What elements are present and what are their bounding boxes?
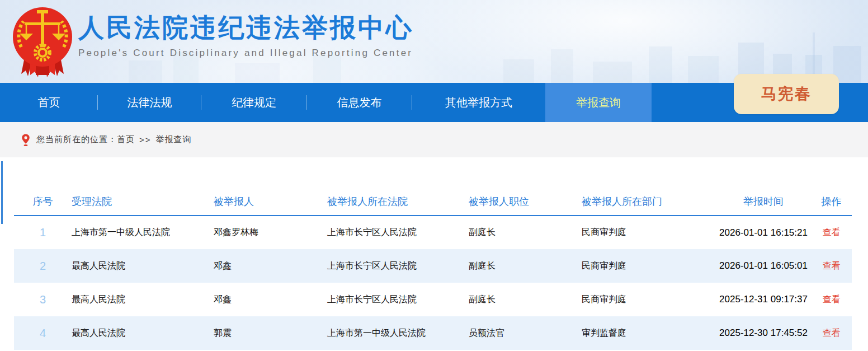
court-emblem-logo [11,3,74,79]
cell-department: 民商审判庭 [582,283,716,316]
col-header-reported-court: 被举报人所在法院 [327,188,469,216]
nav-item-1[interactable]: 首页 [0,83,98,122]
site-header: 人民法院违纪违法举报中心 People's Court Disciplinary… [0,0,868,83]
table-row: 4最高人民法院郭震上海市第一中级人民法院员额法官审判监督庭2025-12-30 … [14,316,852,350]
nav-item-4[interactable]: 信息发布 [306,83,412,122]
site-title-block: 人民法院违纪违法举报中心 People's Court Disciplinary… [78,12,414,59]
left-edge-accent [1,161,3,224]
cell-accepting-court: 上海市第一中级人民法院 [72,216,214,249]
cell-action: 查看 [811,216,852,249]
cell-reported-court: 上海市长宁区人民法院 [327,216,469,249]
col-header-action: 操作 [811,188,852,216]
breadcrumb-separator: >> [139,135,152,144]
col-header-index: 序号 [14,188,72,216]
cell-report-time: 2026-01-01 16:05:01 [716,249,811,283]
col-header-accepting-court: 受理法院 [72,188,214,216]
cell-action: 查看 [811,283,852,316]
cell-department: 审判监督庭 [582,316,716,350]
nav-item-5[interactable]: 其他举报方式 [412,83,545,122]
cell-reported-person: 邓鑫罗林梅 [214,216,327,249]
cell-reported-person: 邓鑫 [214,249,327,283]
cell-reported-court: 上海市长宁区人民法院 [327,283,469,316]
col-header-report-time: 举报时间 [716,188,811,216]
cell-index: 1 [14,216,72,249]
cell-index: 4 [14,316,72,350]
table-row: 3最高人民法院邓鑫上海市长宁区人民法院副庭长民商审判庭2025-12-31 09… [14,283,852,316]
user-badge[interactable]: 马宪春 [734,74,839,114]
table-header-row: 序号 受理法院 被举报人 被举报人所在法院 被举报人职位 被举报人所在部门 举报… [14,188,852,216]
view-link[interactable]: 查看 [823,328,841,338]
location-pin-icon [21,133,31,147]
cell-reported-person: 郭震 [214,316,327,350]
breadcrumb-home-link[interactable]: 首页 [117,134,135,145]
breadcrumb: 您当前所在的位置： 首页 >> 举报查询 [0,122,868,157]
cell-report-time: 2025-12-30 17:45:52 [716,316,811,350]
cell-accepting-court: 最高人民法院 [72,283,214,316]
site-title-chinese: 人民法院违纪违法举报中心 [78,12,414,43]
breadcrumb-current: 举报查询 [156,134,192,145]
cell-reported-court: 上海市长宁区人民法院 [327,249,469,283]
cell-department: 民商审判庭 [582,216,716,249]
report-table: 序号 受理法院 被举报人 被举报人所在法院 被举报人职位 被举报人所在部门 举报… [14,188,852,350]
report-query-main: 序号 受理法院 被举报人 被举报人所在法院 被举报人职位 被举报人所在部门 举报… [0,157,868,350]
cell-action: 查看 [811,316,852,350]
site-title-english: People's Court Disciplinary and Illegal … [78,48,414,59]
nav-item-label: 其他举报方式 [445,95,512,110]
nav-item-label: 信息发布 [337,95,382,110]
cell-department: 民商审判庭 [582,249,716,283]
report-table-body: 1上海市第一中级人民法院邓鑫罗林梅上海市长宁区人民法院副庭长民商审判庭2026-… [14,216,852,350]
view-link[interactable]: 查看 [823,261,841,270]
col-header-department: 被举报人所在部门 [582,188,716,216]
cell-position: 副庭长 [469,216,582,249]
cell-position: 员额法官 [469,316,582,350]
cell-index: 3 [14,283,72,316]
table-row: 1上海市第一中级人民法院邓鑫罗林梅上海市长宁区人民法院副庭长民商审判庭2026-… [14,216,852,249]
cell-index: 2 [14,249,72,283]
view-link[interactable]: 查看 [823,227,841,237]
cell-reported-court: 上海市第一中级人民法院 [327,316,469,350]
nav-item-label: 法律法规 [128,95,172,110]
cell-report-time: 2025-12-31 09:17:37 [716,283,811,316]
nav-item-label: 举报查询 [576,95,621,110]
cell-position: 副庭长 [469,283,582,316]
table-row: 2最高人民法院邓鑫上海市长宁区人民法院副庭长民商审判庭2026-01-01 16… [14,249,852,283]
nav-item-6[interactable]: 举报查询 [545,83,652,122]
nav-item-label: 首页 [38,95,60,110]
cell-accepting-court: 最高人民法院 [72,316,214,350]
cell-action: 查看 [811,249,852,283]
nav-item-2[interactable]: 法律法规 [98,83,201,122]
view-link[interactable]: 查看 [823,294,841,304]
cell-accepting-court: 最高人民法院 [72,249,214,283]
cell-position: 副庭长 [469,249,582,283]
nav-item-3[interactable]: 纪律规定 [201,83,306,122]
col-header-position: 被举报人职位 [469,188,582,216]
nav-item-label: 纪律规定 [232,95,276,110]
cell-report-time: 2026-01-01 16:15:21 [716,216,811,249]
col-header-reported-person: 被举报人 [214,188,327,216]
cell-reported-person: 邓鑫 [214,283,327,316]
breadcrumb-prefix: 您当前所在的位置： [36,134,117,145]
